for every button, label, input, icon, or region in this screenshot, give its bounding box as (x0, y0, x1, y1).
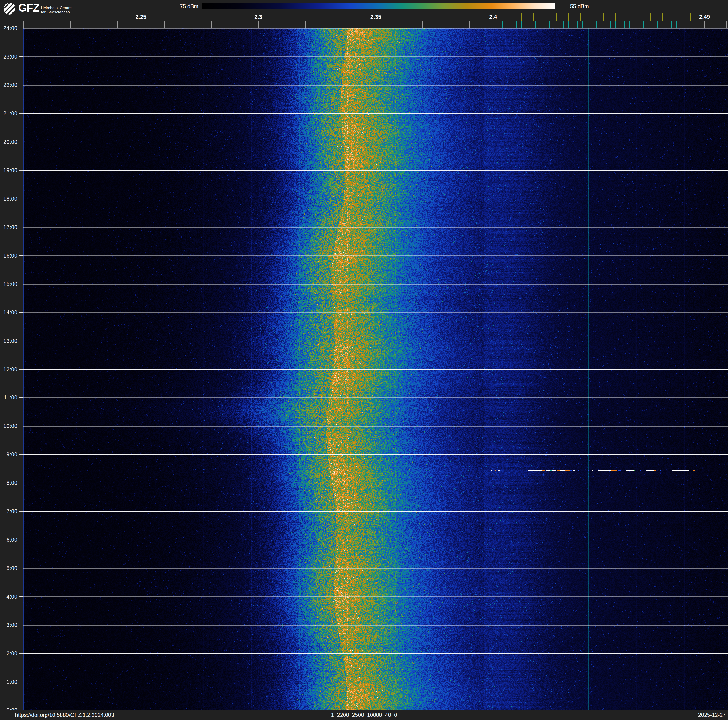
freq-tick (352, 21, 352, 28)
wifi-channel-tick (639, 14, 639, 21)
bluetooth-channel-tick (568, 21, 569, 28)
bluetooth-channel-tick (573, 21, 573, 28)
time-tick (19, 397, 23, 398)
bluetooth-channel-tick (502, 21, 503, 28)
time-tick (19, 369, 23, 370)
time-tick (19, 284, 23, 284)
wifi-channel-tick (521, 14, 522, 21)
time-tick (19, 28, 23, 28)
wifi-channel-tick (662, 14, 663, 21)
time-label: 23:00 (0, 54, 17, 60)
bluetooth-channel-tick (657, 21, 658, 28)
time-label: 19:00 (0, 167, 17, 174)
bluetooth-channel-tick (531, 21, 531, 28)
time-label: 13:00 (0, 338, 17, 344)
bluetooth-channel-tick (662, 21, 662, 28)
wifi-channel-tick (533, 14, 534, 21)
time-tick (19, 653, 23, 654)
freq-tick (493, 21, 493, 28)
time-label: 9:00 (0, 451, 17, 458)
time-tick (19, 682, 23, 682)
logo-name-line1: Helmholtz Centre (41, 6, 72, 10)
wifi-channel-tick (568, 14, 569, 21)
freq-tick (704, 21, 705, 28)
time-label: 18:00 (0, 196, 17, 202)
bluetooth-channel-tick (544, 21, 545, 28)
bluetooth-channel-tick (540, 21, 540, 28)
wifi-channel-tick (556, 14, 557, 21)
wifi-channel-tick (650, 14, 651, 21)
colorbar-max-label: -55 dBm (568, 3, 589, 10)
freq-tick (446, 21, 447, 28)
time-label: 5:00 (0, 565, 17, 571)
wifi-channel-tick (580, 14, 581, 21)
time-label: 3:00 (0, 622, 17, 628)
bluetooth-channel-tick (667, 21, 667, 28)
bluetooth-channel-tick (634, 21, 634, 28)
footer-bar: https://doi.org/10.5880/GFZ.1.2.2024.003… (0, 710, 728, 720)
bluetooth-channel-tick (521, 21, 522, 28)
freq-tick (470, 21, 470, 28)
bluetooth-channel-tick (620, 21, 620, 28)
freq-tick (211, 21, 212, 28)
time-tick (19, 199, 23, 199)
freq-tick-label: 2.35 (370, 14, 381, 20)
bluetooth-channel-tick (559, 21, 559, 28)
time-tick (19, 426, 23, 426)
bluetooth-channel-tick (653, 21, 653, 28)
freq-tick-label: 2.4 (489, 14, 497, 20)
time-tick (19, 113, 23, 114)
bluetooth-channel-tick (601, 21, 601, 28)
freq-tick-label: 2.25 (136, 14, 147, 20)
freq-tick (94, 21, 94, 28)
bluetooth-channel-tick (648, 21, 648, 28)
time-label: 22:00 (0, 82, 17, 88)
time-label: 10:00 (0, 423, 17, 429)
bluetooth-channel-tick (549, 21, 550, 28)
time-label: 6:00 (0, 536, 17, 543)
freq-tick (329, 21, 329, 28)
freq-tick (376, 21, 376, 28)
freq-tick (281, 21, 282, 28)
time-tick (19, 596, 23, 597)
time-tick (19, 341, 23, 341)
time-label: 11:00 (0, 394, 17, 401)
bluetooth-channel-tick (610, 21, 611, 28)
freq-tick-label: 2.49 (699, 14, 710, 20)
time-label: 14:00 (0, 309, 17, 316)
bluetooth-channel-tick (676, 21, 677, 28)
time-tick (19, 511, 23, 512)
gfz-logo-icon (3, 2, 16, 15)
bluetooth-channel-tick (629, 21, 630, 28)
time-tick (19, 85, 23, 85)
time-tick (19, 256, 23, 256)
bluetooth-channel-tick (587, 21, 587, 28)
bluetooth-channel-tick (592, 21, 592, 28)
logo-acronym: GFZ (18, 2, 39, 14)
bluetooth-channel-tick (578, 21, 578, 28)
time-label: 1:00 (0, 679, 17, 685)
freq-tick (726, 21, 726, 28)
bluetooth-channel-tick (671, 21, 672, 28)
time-label: 4:00 (0, 593, 17, 600)
colorbar-gradient (202, 3, 555, 9)
time-tick (19, 57, 23, 57)
spectrogram-page: GFZ Helmholtz Centre for Geosciences -75… (0, 0, 728, 720)
time-tick (19, 625, 23, 625)
wifi-channel-tick (627, 14, 627, 21)
time-tick (19, 142, 23, 142)
freq-tick (141, 21, 141, 28)
freq-tick (235, 21, 235, 28)
wifi-channel-tick (690, 14, 691, 21)
bluetooth-channel-tick (596, 21, 597, 28)
time-tick (19, 227, 23, 227)
bluetooth-channel-tick (498, 21, 498, 28)
time-label: 2:00 (0, 650, 17, 657)
logo-name-line2: for Geosciences (41, 10, 70, 14)
time-label: 21:00 (0, 110, 17, 117)
time-label: 7:00 (0, 508, 17, 515)
bluetooth-channel-tick (681, 21, 681, 28)
time-tick (19, 568, 23, 568)
dataset-id-text: 1_2200_2500_10000_40_0 (0, 712, 728, 718)
time-label: 16:00 (0, 252, 17, 259)
